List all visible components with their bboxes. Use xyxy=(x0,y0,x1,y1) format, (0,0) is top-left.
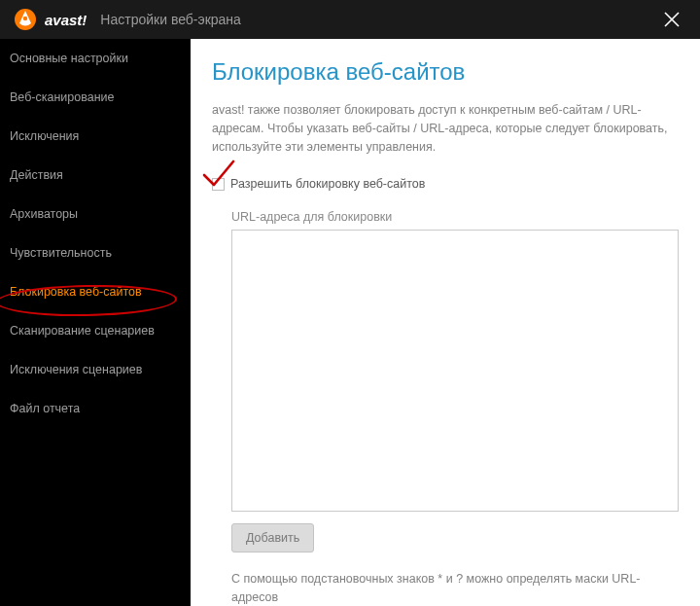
url-field-label: URL-адреса для блокировки xyxy=(231,210,679,224)
enable-blocking-checkbox[interactable] xyxy=(212,178,225,191)
brand-text: avast! xyxy=(45,12,87,28)
avast-logo-icon xyxy=(14,8,37,31)
sidebar-item-8[interactable]: Исключения сценариев xyxy=(0,350,191,389)
close-button[interactable] xyxy=(657,7,686,32)
enable-blocking-label: Разрешить блокировку веб-сайтов xyxy=(230,177,425,191)
sidebar-item-7[interactable]: Сканирование сценариев xyxy=(0,311,191,350)
sidebar-item-1[interactable]: Веб-сканирование xyxy=(0,78,191,117)
window-title: Настройки веб-экрана xyxy=(100,12,240,27)
sidebar-item-9[interactable]: Файл отчета xyxy=(0,389,191,428)
wildcard-hint: С помощью подстановочных знаков * и ? мо… xyxy=(231,570,679,606)
svg-point-1 xyxy=(23,17,27,20)
page-description: avast! также позволяет блокировать досту… xyxy=(212,101,679,156)
sidebar-item-3[interactable]: Действия xyxy=(0,156,191,195)
sidebar-item-2[interactable]: Исключения xyxy=(0,117,191,156)
enable-blocking-row: Разрешить блокировку веб-сайтов xyxy=(212,177,679,191)
sidebar-item-0[interactable]: Основные настройки xyxy=(0,39,191,78)
titlebar-left: avast! Настройки веб-экрана xyxy=(14,8,241,31)
sidebar-item-4[interactable]: Архиваторы xyxy=(0,195,191,233)
sidebar-item-5[interactable]: Чувствительность xyxy=(0,233,191,272)
url-block-textarea[interactable] xyxy=(231,230,679,512)
sidebar-item-6[interactable]: Блокировка веб-сайтов xyxy=(0,272,191,311)
content-area: Блокировка веб-сайтов avast! также позво… xyxy=(191,39,700,606)
page-heading: Блокировка веб-сайтов xyxy=(212,58,679,86)
sidebar: Основные настройкиВеб-сканированиеИсключ… xyxy=(0,39,191,606)
body: Основные настройкиВеб-сканированиеИсключ… xyxy=(0,39,700,606)
titlebar: avast! Настройки веб-экрана xyxy=(0,0,700,39)
add-button[interactable]: Добавить xyxy=(231,523,314,553)
